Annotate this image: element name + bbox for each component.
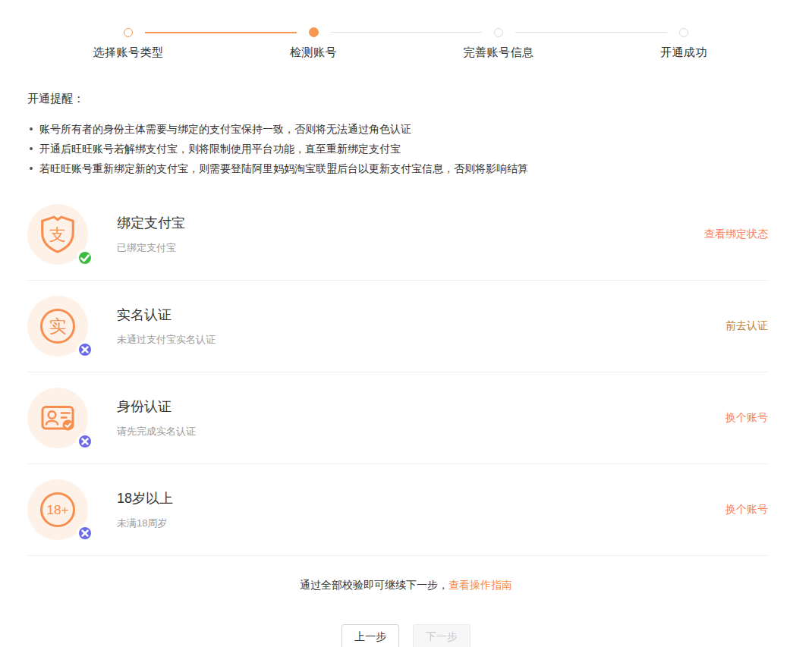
stepper-step-complete-info: 完善账号信息 xyxy=(406,28,591,60)
bullet-icon xyxy=(30,127,33,130)
footer-hint: 通过全部校验即可继续下一步，查看操作指南 xyxy=(0,579,812,592)
step-dot-icon xyxy=(309,27,319,37)
check-title: 绑定支付宝 xyxy=(117,214,185,232)
operation-guide-link[interactable]: 查看操作指南 xyxy=(448,579,512,591)
check-text: 绑定支付宝 已绑定支付宝 xyxy=(117,214,185,255)
check-text: 身份认证 请先完成实名认证 xyxy=(117,397,196,438)
check-row-identity: 身份认证 请先完成实名认证 换个账号 xyxy=(27,372,768,464)
check-text: 实名认证 未通过支付宝实名认证 xyxy=(117,306,216,347)
check-row-real-name: 实 实名认证 未通过支付宝实名认证 前去认证 xyxy=(27,281,768,372)
check-subtitle: 已绑定支付宝 xyxy=(117,241,185,255)
check-subtitle: 未通过支付宝实名认证 xyxy=(117,333,216,347)
age-18plus-icon: 18+ xyxy=(27,479,88,540)
step-dot-icon xyxy=(124,28,133,37)
step-connector xyxy=(330,32,482,33)
step-connector xyxy=(515,32,667,33)
status-badge xyxy=(77,525,93,542)
stepper-step-check-account: 检测账号 xyxy=(221,28,406,60)
notice-item: 账号所有者的身份主体需要与绑定的支付宝保持一致，否则将无法通过角色认证 xyxy=(27,119,768,139)
step-connector xyxy=(145,32,297,33)
step-dot-icon xyxy=(494,28,503,37)
cross-icon xyxy=(80,528,90,539)
check-row-bind-alipay: 支 绑定支付宝 已绑定支付宝 查看绑定状态 xyxy=(27,189,768,281)
notice-text: 账号所有者的身份主体需要与绑定的支付宝保持一致，否则将无法通过角色认证 xyxy=(39,119,411,139)
alipay-shield-icon: 支 xyxy=(27,204,88,265)
check-icon xyxy=(80,253,90,263)
cross-icon xyxy=(80,344,90,355)
step-dot-icon xyxy=(679,28,688,37)
prev-step-button[interactable]: 上一步 xyxy=(341,624,399,647)
check-row-age: 18+ 18岁以上 未满18周岁 换个账号 xyxy=(27,464,768,556)
verification-list: 支 绑定支付宝 已绑定支付宝 查看绑定状态 xyxy=(27,189,768,556)
footer-hint-text: 通过全部校验即可继续下一步， xyxy=(300,579,448,591)
svg-text:支: 支 xyxy=(49,225,66,244)
change-account-link[interactable]: 换个账号 xyxy=(725,411,768,425)
svg-text:18+: 18+ xyxy=(47,503,69,517)
step-label: 选择账号类型 xyxy=(36,46,221,60)
id-card-icon xyxy=(27,388,88,448)
view-binding-status-link[interactable]: 查看绑定状态 xyxy=(704,228,768,241)
svg-text:实: 实 xyxy=(49,316,67,336)
bullet-icon xyxy=(30,147,33,150)
go-verify-link[interactable]: 前去认证 xyxy=(725,319,768,333)
bullet-icon xyxy=(30,167,33,170)
cross-icon xyxy=(80,436,90,447)
status-badge xyxy=(77,341,93,358)
stepper-step-success: 开通成功 xyxy=(591,28,776,60)
check-text: 18岁以上 未满18周岁 xyxy=(117,489,173,530)
progress-stepper: 选择账号类型 检测账号 完善账号信息 开通成功 xyxy=(36,28,776,60)
step-label: 检测账号 xyxy=(221,46,406,60)
notice-section: 开通提醒： 账号所有者的身份主体需要与绑定的支付宝保持一致，否则将无法通过角色认… xyxy=(27,92,768,178)
check-title: 身份认证 xyxy=(117,397,196,416)
check-title: 18岁以上 xyxy=(117,489,173,507)
check-subtitle: 未满18周岁 xyxy=(117,517,173,530)
check-title: 实名认证 xyxy=(117,306,216,324)
step-label: 开通成功 xyxy=(591,46,776,60)
status-badge xyxy=(77,433,93,450)
button-bar: 上一步 下一步 xyxy=(0,624,812,647)
account-check-page: 选择账号类型 检测账号 完善账号信息 开通成功 开通提醒： 账号所有者的身份主体… xyxy=(0,28,812,647)
notice-item: 开通后旺旺账号若解绑支付宝，则将限制使用平台功能，直至重新绑定支付宝 xyxy=(27,139,768,159)
notice-item: 若旺旺账号重新绑定新的支付宝，则需要登陆阿里妈妈淘宝联盟后台以更新支付宝信息，否… xyxy=(27,159,768,178)
real-name-icon: 实 xyxy=(27,296,88,356)
change-account-link[interactable]: 换个账号 xyxy=(725,503,768,517)
check-subtitle: 请先完成实名认证 xyxy=(117,425,196,438)
status-badge xyxy=(77,250,93,266)
notice-text: 开通后旺旺账号若解绑支付宝，则将限制使用平台功能，直至重新绑定支付宝 xyxy=(39,139,401,159)
notice-list: 账号所有者的身份主体需要与绑定的支付宝保持一致，否则将无法通过角色认证 开通后旺… xyxy=(27,119,768,178)
step-label: 完善账号信息 xyxy=(406,46,591,60)
notice-text: 若旺旺账号重新绑定新的支付宝，则需要登陆阿里妈妈淘宝联盟后台以更新支付宝信息，否… xyxy=(39,159,528,178)
notice-title: 开通提醒： xyxy=(27,92,768,106)
next-step-button[interactable]: 下一步 xyxy=(413,624,471,647)
